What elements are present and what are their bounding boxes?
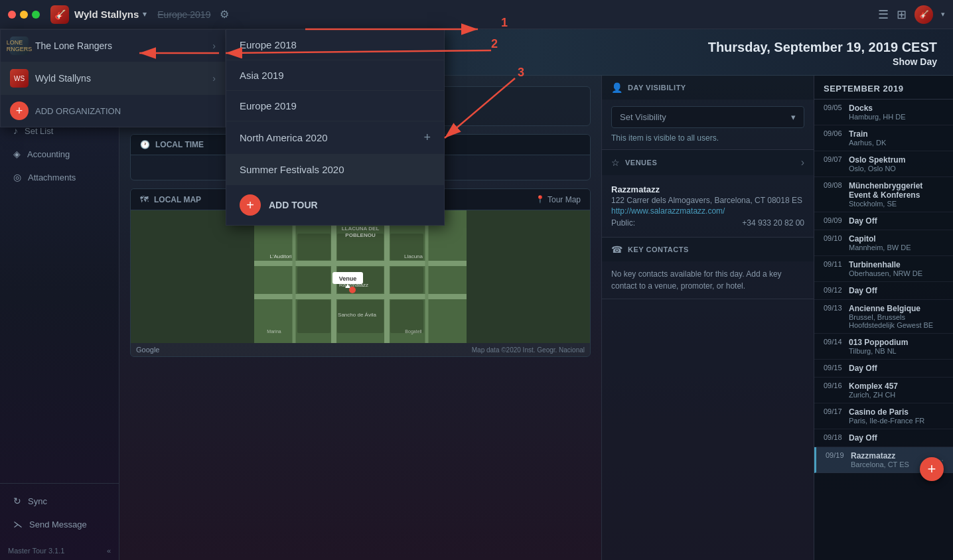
sched-date: 09/10 — [824, 234, 843, 251]
tour-north-america-2020-label: North America 2020 — [240, 132, 328, 143]
avatar-chevron-icon: ▾ — [941, 10, 945, 19]
org-dropdown-item-lone-rangers[interactable]: LONERNGERS The Lone Rangers › — [1, 30, 225, 62]
sched-info: Casino de Paris Paris, Ile-de-France FR — [849, 407, 944, 425]
schedule-item[interactable]: 09/05 Docks Hamburg, HH DE — [814, 100, 953, 125]
attachments-icon: ◎ — [13, 172, 21, 182]
tour-item-asia-2019[interactable]: Asia 2019 — [226, 60, 444, 91]
sched-info: Day Off — [849, 433, 944, 443]
schedule-item[interactable]: 09/12 Day Off — [814, 282, 953, 300]
sched-info: Capitol Mannheim, BW DE — [849, 234, 944, 251]
add-tour-button[interactable]: + ADD TOUR — [226, 185, 444, 225]
sched-name: Capitol — [849, 234, 944, 244]
user-avatar[interactable]: 🎸 — [915, 5, 933, 24]
sched-location: Brussel, Brussels Hoofdstedelijk Gewest … — [849, 313, 944, 329]
svg-text:L'Auditori: L'Auditori — [269, 253, 291, 259]
schedule-item[interactable]: 09/10 Capitol Mannheim, BW DE — [814, 230, 953, 256]
schedule-item[interactable]: 09/13 Ancienne Belgique Brussel, Brussel… — [814, 300, 953, 334]
grid-view-button[interactable]: ⊞ — [897, 7, 907, 22]
sched-location: Barcelona, CT ES — [851, 460, 930, 468]
venue-public-label: Public: — [611, 218, 635, 228]
send-message-icon: ⋋ — [13, 519, 23, 529]
schedule-panel: SEPTEMBER 2019 09/05 Docks Hamburg, HH D… — [814, 76, 953, 560]
schedule-item[interactable]: 09/14 013 Poppodium Tilburg, NB NL — [814, 334, 953, 360]
sched-name: Ancienne Belgique — [849, 304, 944, 313]
sched-info: Day Off — [849, 286, 944, 295]
sched-info: Train Aarhus, DK — [849, 129, 944, 147]
sidebar-bottom: ↻ Sync ⋋ Send Message — [0, 483, 119, 541]
sched-location: Tilburg, NB NL — [849, 347, 944, 355]
schedule-item[interactable]: 09/11 Turbinenhalle Oberhausen, NRW DE — [814, 256, 953, 282]
sched-date: 09/18 — [824, 433, 843, 443]
sched-date: 09/16 — [824, 382, 843, 399]
sched-date: 09/11 — [824, 260, 843, 277]
fab-button[interactable]: + — [920, 457, 944, 481]
tour-item-europe-2018[interactable]: Europe 2018 — [226, 30, 444, 60]
wyld-stallyns-icon: WS — [10, 69, 29, 88]
add-org-plus-icon: + — [10, 102, 29, 120]
add-organization-button[interactable]: + ADD ORGANIZATION — [1, 95, 225, 127]
google-logo: Google — [136, 346, 159, 354]
north-america-plus-icon[interactable]: + — [423, 131, 431, 145]
sidebar-item-sync-label: Sync — [28, 496, 47, 506]
gear-icon[interactable]: ⚙ — [220, 8, 229, 21]
venues-expand-icon: › — [801, 157, 804, 169]
sched-location: Mannheim, BW DE — [849, 244, 944, 251]
schedule-item[interactable]: 09/07 Oslo Spektrum Oslo, Oslo NO — [814, 151, 953, 177]
wyld-stallyns-chevron-icon: › — [212, 73, 216, 84]
calendar-view-button[interactable]: ☰ — [878, 7, 889, 22]
schedule-item[interactable]: 09/17 Casino de Paris Paris, Ile-de-Fran… — [814, 403, 953, 429]
sidebar-collapse-icon[interactable]: « — [107, 547, 111, 555]
sched-info: Docks Hamburg, HH DE — [849, 104, 944, 121]
schedule-item[interactable]: 09/08 Münchenbryggeriet Event & Konferen… — [814, 177, 953, 212]
wyld-stallyns-label: Wyld Stallyns — [35, 73, 91, 84]
sched-location: Paris, Ile-de-France FR — [849, 417, 944, 425]
svg-text:Marina: Marina — [267, 329, 281, 334]
visibility-select[interactable]: Set Visibility ▾ — [611, 106, 804, 128]
schedule-item[interactable]: 09/16 Komplex 457 Zurich, ZH CH — [814, 378, 953, 403]
minimize-button[interactable] — [20, 11, 28, 19]
map-container[interactable]: EL PARC I LA LLACUNA DEL POBLENOU L'Audi… — [131, 210, 590, 343]
svg-rect-13 — [297, 300, 330, 333]
local-time-label: LOCAL TIME — [155, 140, 204, 149]
schedule-item[interactable]: 09/09 Day Off — [814, 212, 953, 230]
sched-name: Turbinenhalle — [849, 260, 944, 269]
tour-asia-2019-label: Asia 2019 — [240, 70, 284, 81]
sidebar-item-accounting[interactable]: ◈ Accounting — [3, 143, 116, 165]
svg-text:Llacuna: Llacuna — [404, 253, 423, 259]
sched-location: Aarhus, DK — [849, 139, 944, 147]
maximize-button[interactable] — [32, 11, 40, 19]
sidebar-item-attachments[interactable]: ◎ Attachments — [3, 166, 116, 188]
accounting-icon: ◈ — [13, 149, 21, 159]
sched-name: Day Off — [849, 364, 944, 373]
tours-dropdown: Europe 2018 Asia 2019 Europe 2019 North … — [226, 29, 445, 226]
org-selector[interactable]: Wyld Stallyns ▾ — [74, 9, 147, 20]
schedule-item[interactable]: 09/18 Day Off — [814, 429, 953, 447]
schedule-item[interactable]: 09/15 Day Off — [814, 360, 953, 378]
venue-card: Razzmatazz 122 Carrer dels Almogavers, B… — [611, 182, 804, 230]
sched-date: 09/05 — [824, 104, 843, 121]
tour-map-link[interactable]: Tour Map — [548, 195, 581, 204]
map-footer: Google Map data ©2020 Inst. Geogr. Nacio… — [131, 343, 590, 356]
sidebar-item-sync[interactable]: ↻ Sync — [3, 490, 116, 512]
schedule-item[interactable]: 09/06 Train Aarhus, DK — [814, 125, 953, 151]
svg-rect-15 — [390, 300, 423, 333]
tour-item-north-america-2020[interactable]: North America 2020 + — [226, 121, 444, 155]
org-chevron-icon: ▾ — [143, 10, 147, 19]
org-dropdown-item-wyld-stallyns[interactable]: WS Wyld Stallyns › — [1, 62, 225, 95]
venue-name: Razzmatazz — [611, 184, 804, 194]
tour-europe-2018-label: Europe 2018 — [240, 39, 297, 50]
add-org-label: ADD ORGANIZATION — [35, 106, 121, 116]
day-visibility-header[interactable]: 👤 DAY VISIBILITY — [602, 76, 814, 100]
sidebar-item-accounting-label: Accounting — [27, 149, 70, 159]
svg-text:LLACUNA DEL: LLACUNA DEL — [342, 226, 380, 232]
sidebar-item-send-message[interactable]: ⋋ Send Message — [3, 513, 116, 535]
close-button[interactable] — [8, 11, 16, 19]
tour-item-summer-festivals-2020[interactable]: Summer Festivals 2020 — [226, 155, 444, 185]
tour-item-europe-2019[interactable]: Europe 2019 — [226, 91, 444, 121]
sched-date: 09/19 — [826, 451, 845, 468]
sched-date: 09/06 — [824, 129, 843, 147]
key-contacts-header[interactable]: ☎ KEY CONTACTS — [602, 238, 814, 261]
venues-header[interactable]: ☆ VENUES › — [602, 150, 814, 175]
sidebar-item-attachments-label: Attachments — [28, 173, 76, 182]
venue-url[interactable]: http://www.salarazzmatazz.com/ — [611, 206, 804, 216]
